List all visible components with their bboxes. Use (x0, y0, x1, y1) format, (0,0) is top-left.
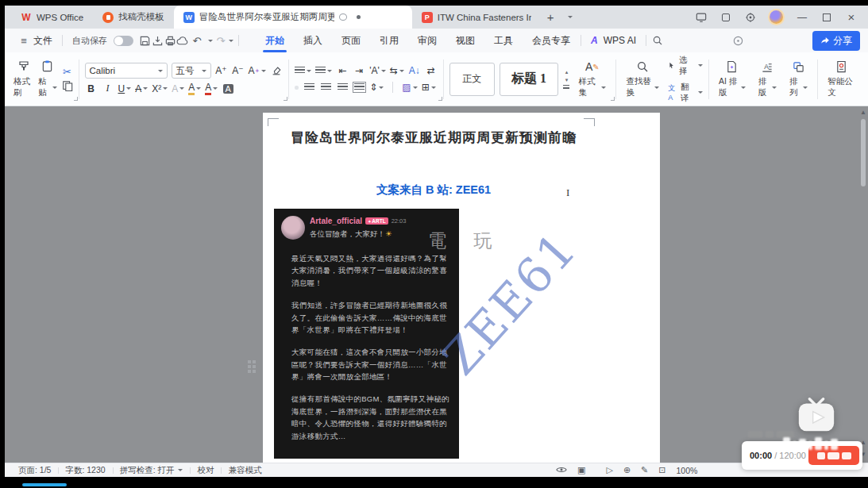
shading-button[interactable]: ▨ (402, 81, 417, 94)
tab-page[interactable]: 页面 (336, 29, 366, 52)
smart-doc-button[interactable]: 智能公文 (824, 60, 859, 98)
video-progress-bar[interactable] (22, 483, 67, 486)
font-name-select[interactable]: Calibri (85, 63, 168, 79)
fit-window-icon[interactable]: ⊡ (658, 465, 665, 475)
save-icon[interactable] (138, 34, 151, 47)
tab-wps-home[interactable]: W WPS Office (11, 6, 93, 29)
tab-member[interactable]: 会员专享 (527, 29, 576, 52)
eye-protect-icon[interactable] (556, 466, 567, 475)
borders-button[interactable]: ⊞ (422, 81, 436, 94)
tab-tools[interactable]: 工具 (488, 29, 519, 52)
text-effects-button[interactable]: A✦ (249, 64, 267, 78)
scroll-up-arrow[interactable]: ▲ (860, 109, 866, 116)
player-action-button[interactable] (808, 446, 859, 465)
select-button[interactable]: 选择 (668, 55, 703, 77)
char-shading-button[interactable]: A (222, 82, 234, 95)
numbering-button[interactable] (315, 64, 332, 78)
superscript-button[interactable]: X² (152, 82, 168, 95)
ai-typeset-button[interactable]: ✦ AI 排版 (715, 60, 750, 98)
zoom-level[interactable]: 100% (677, 466, 698, 475)
align-center-button[interactable] (303, 81, 315, 94)
doc-subtitle[interactable]: 文案来自 B 站: ZEE61 (263, 183, 604, 198)
tab-list-dropdown[interactable] (560, 6, 579, 29)
undo-button[interactable]: ↶ (189, 34, 214, 47)
clear-format-button[interactable] (270, 64, 283, 78)
screen-share-icon[interactable] (696, 12, 707, 23)
cloud-sync-icon[interactable] (176, 34, 189, 47)
web-view-icon[interactable]: ⊕ (623, 465, 631, 475)
ink-pen-icon[interactable]: ✎ (641, 465, 648, 475)
group-expander[interactable] (611, 97, 615, 101)
tab-presentation[interactable]: P ITW China Fasteners Introduction (412, 6, 541, 29)
document-canvas[interactable]: 冒险岛世界阿尔泰亚服近期两周更新预测前瞻 文案来自 B 站: ZEE61 I A… (5, 106, 868, 463)
wps-ai-menu[interactable]: A WPS AI (586, 35, 641, 46)
gallery-more-icon[interactable] (563, 85, 569, 89)
restore-button[interactable] (821, 12, 832, 23)
bold-button[interactable]: B (85, 82, 98, 95)
copy-icon[interactable] (62, 80, 73, 93)
format-painter-button[interactable]: 格式刷 (14, 60, 33, 98)
style-set-button[interactable]: A✎ 样式集 (574, 60, 610, 98)
char-scale-button[interactable]: 'A' (369, 64, 386, 78)
bullets-button[interactable] (295, 64, 311, 78)
paste-button[interactable]: 粘贴 (38, 60, 56, 98)
bilibili-play-button[interactable] (795, 394, 838, 436)
align-left-button[interactable] (295, 86, 299, 90)
highlight-color-button[interactable]: A (188, 82, 201, 95)
arrange-button[interactable]: 排列 (785, 60, 812, 98)
proofread-button[interactable]: 校对 (190, 465, 221, 476)
line-spacing-button[interactable]: ⇕ (369, 81, 384, 94)
print-icon[interactable] (164, 34, 176, 47)
doc-title[interactable]: 冒险岛世界阿尔泰亚服近期两周更新预测前瞻 (263, 129, 604, 147)
group-expander[interactable] (74, 97, 78, 101)
chevron-down-icon[interactable] (229, 40, 233, 42)
pinyin-guide-button[interactable]: A (172, 82, 184, 95)
cjk-swap-button[interactable]: ⇆ (390, 64, 404, 78)
tab-reference[interactable]: 引用 (374, 29, 404, 52)
autosave-toggle[interactable] (114, 36, 133, 46)
distribute-button[interactable] (353, 81, 365, 94)
sort-button[interactable]: A↓ (408, 64, 421, 78)
word-count[interactable]: 字数: 1230 (58, 465, 112, 476)
user-avatar[interactable] (770, 10, 783, 24)
file-menu[interactable]: ≡ 文件 (13, 34, 57, 48)
compat-mode-label[interactable]: 兼容模式 (221, 465, 268, 476)
scrollbar-thumb[interactable] (861, 119, 866, 186)
close-button[interactable]: × (846, 12, 857, 23)
align-right-button[interactable] (319, 81, 332, 94)
strikethrough-button[interactable]: A (135, 82, 148, 95)
font-color-button[interactable]: A (205, 82, 218, 95)
history-clock-icon[interactable] (732, 34, 745, 47)
comment-bubble-icon[interactable] (339, 13, 347, 21)
cjk-layout-button[interactable]: ⇄ (425, 64, 438, 78)
group-expander[interactable] (284, 97, 287, 101)
style-normal[interactable]: 正文 (449, 63, 495, 96)
gallery-up-icon[interactable]: ▴ (565, 69, 569, 75)
export-icon[interactable] (151, 34, 164, 47)
indent-button[interactable]: ⇥ (353, 64, 365, 78)
style-heading1[interactable]: 标题 1 (500, 63, 559, 96)
share-button[interactable]: 分享 (812, 31, 860, 51)
search-icon[interactable] (651, 34, 664, 47)
tab-insert[interactable]: 插入 (298, 29, 328, 52)
read-mode-icon[interactable]: ▷ (606, 465, 612, 475)
shrink-font-button[interactable]: A⁻ (232, 64, 245, 78)
tab-home[interactable]: 开始 (260, 29, 290, 52)
gallery-down-icon[interactable]: ▾ (565, 77, 569, 83)
stable-mode-icon[interactable] (720, 12, 731, 23)
scissors-icon[interactable]: ✂ (63, 66, 71, 78)
redo-icon[interactable]: ↷ (214, 34, 227, 47)
tab-review[interactable]: 审阅 (412, 29, 442, 52)
grow-font-button[interactable]: A⁺ (215, 64, 228, 78)
underline-button[interactable]: U (118, 82, 132, 95)
page-indicator[interactable]: 页面: 1/5 (11, 465, 58, 476)
page[interactable]: 冒险岛世界阿尔泰亚服近期两周更新预测前瞻 文案来自 B 站: ZEE61 I A… (263, 113, 660, 463)
settings-gear-icon[interactable] (745, 12, 756, 23)
spellcheck-status[interactable]: 拼写检查: 打开 (113, 465, 191, 476)
minimize-button[interactable]: — (797, 12, 808, 23)
find-replace-button[interactable]: 查找替换 (622, 60, 663, 98)
outdent-button[interactable]: ⇤ (336, 64, 349, 78)
page-view-icon[interactable]: ▣ (577, 465, 585, 475)
new-tab-button[interactable]: + (541, 6, 561, 29)
justify-button[interactable] (336, 81, 349, 94)
